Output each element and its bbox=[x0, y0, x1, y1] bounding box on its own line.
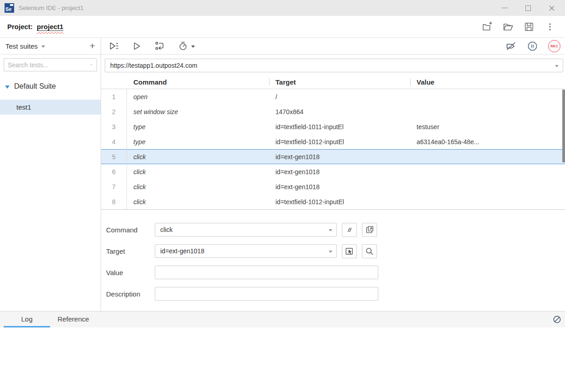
chevron-down-icon bbox=[329, 251, 332, 253]
disable-breakpoints-button[interactable] bbox=[505, 40, 517, 52]
open-project-button[interactable] bbox=[502, 21, 514, 33]
test-editor-main: REC https://testapp1.outpost24.com Comma… bbox=[101, 38, 565, 311]
tests-sidebar: Test suites + Default Suite test1 bbox=[0, 38, 101, 311]
clear-log-icon bbox=[552, 315, 562, 324]
suites-dropdown[interactable]: Test suites bbox=[5, 42, 38, 50]
test-speed-control[interactable] bbox=[178, 40, 195, 51]
suite-default-suite[interactable]: Default Suite bbox=[0, 80, 101, 93]
search-tests-box[interactable] bbox=[4, 58, 97, 71]
chevron-down-icon bbox=[555, 65, 559, 67]
base-url-select[interactable]: https://testapp1.outpost24.com bbox=[105, 59, 563, 72]
target-select[interactable]: id=ext-gen1018 bbox=[155, 244, 337, 258]
minimize-button[interactable] bbox=[501, 5, 508, 11]
disable-breakpoints-icon bbox=[505, 40, 517, 52]
window-title: Selenium IDE - project1 bbox=[19, 5, 84, 11]
run-all-icon bbox=[108, 40, 119, 51]
chevron-down-icon bbox=[191, 45, 195, 48]
table-row[interactable]: 6 click id=ext-gen1018 bbox=[101, 164, 565, 179]
search-icon bbox=[90, 60, 93, 69]
stopwatch-icon bbox=[178, 40, 188, 51]
toggle-comment-button[interactable]: // bbox=[342, 223, 357, 237]
record-button[interactable]: REC bbox=[548, 40, 560, 52]
command-editor: Command click // bbox=[101, 223, 565, 301]
target-field-label: Target bbox=[106, 247, 155, 255]
titlebar: Se Selenium IDE - project1 bbox=[0, 0, 565, 16]
pause-on-exceptions-button[interactable] bbox=[527, 40, 538, 52]
search-icon bbox=[365, 246, 374, 256]
playback-toolbar: REC bbox=[101, 38, 565, 55]
column-header-command: Command bbox=[127, 78, 269, 86]
run-all-tests-button[interactable] bbox=[108, 40, 119, 51]
selenium-ide-window: Se Selenium IDE - project1 Project: proj… bbox=[0, 0, 565, 392]
kebab-menu-icon bbox=[545, 21, 555, 32]
find-target-button[interactable] bbox=[362, 244, 377, 258]
table-row[interactable]: 3 type id=textfield-1011-inputEl testuse… bbox=[101, 119, 565, 134]
search-tests-input[interactable] bbox=[8, 61, 90, 69]
save-icon bbox=[524, 21, 534, 32]
maximize-button[interactable] bbox=[525, 5, 531, 11]
project-bar: Project: project1 bbox=[0, 16, 565, 38]
minimize-icon bbox=[502, 8, 508, 8]
suite-expand-icon[interactable] bbox=[5, 85, 10, 89]
add-test-button[interactable]: + bbox=[90, 41, 95, 50]
table-row[interactable]: 4 type id=textfield-1012-inputEl a6314ea… bbox=[101, 134, 565, 149]
clear-log-button[interactable] bbox=[552, 314, 562, 325]
chevron-down-icon[interactable] bbox=[41, 45, 45, 48]
tab-reference[interactable]: Reference bbox=[50, 312, 97, 327]
table-row[interactable]: 8 click id=textfield-1012-inputEl bbox=[101, 194, 565, 209]
log-panel: Log Reference bbox=[0, 311, 565, 392]
save-project-button[interactable] bbox=[523, 21, 535, 33]
chevron-down-icon bbox=[329, 229, 332, 231]
new-project-icon bbox=[481, 21, 493, 33]
close-icon bbox=[549, 5, 555, 11]
maximize-icon bbox=[525, 5, 531, 11]
description-field-label: Description bbox=[106, 290, 155, 298]
open-new-window-button[interactable] bbox=[362, 223, 377, 237]
sidebar-item-test1[interactable]: test1 bbox=[0, 100, 101, 115]
tab-log[interactable]: Log bbox=[4, 312, 50, 327]
commands-table: Command Target Value 1 open / 2 set wind… bbox=[101, 75, 565, 210]
step-over-icon bbox=[154, 40, 165, 51]
run-current-test-button[interactable] bbox=[132, 41, 142, 51]
command-select[interactable]: click bbox=[155, 223, 337, 236]
open-folder-icon bbox=[502, 21, 514, 33]
play-icon bbox=[132, 41, 142, 51]
column-header-target: Target bbox=[269, 78, 410, 86]
value-field-label: Value bbox=[106, 269, 155, 276]
table-row[interactable]: 1 open / bbox=[101, 89, 565, 104]
new-project-button[interactable] bbox=[481, 21, 493, 33]
select-target-in-page-button[interactable] bbox=[342, 244, 357, 258]
command-field-label: Command bbox=[106, 226, 155, 234]
project-label: Project: bbox=[7, 23, 33, 30]
table-scrollbar[interactable] bbox=[562, 90, 565, 162]
pause-octagon-icon bbox=[527, 40, 538, 52]
close-button[interactable] bbox=[549, 5, 555, 11]
description-input[interactable] bbox=[155, 287, 378, 301]
value-input[interactable] bbox=[155, 266, 378, 279]
table-row-selected[interactable]: 5 click id=ext-gen1018 bbox=[101, 149, 565, 164]
table-row[interactable]: 2 set window size 1470x864 bbox=[101, 104, 565, 119]
select-target-icon bbox=[345, 246, 354, 256]
table-header: Command Target Value bbox=[101, 75, 565, 89]
column-divider bbox=[127, 89, 127, 209]
selenium-logo-icon: Se bbox=[5, 3, 14, 13]
more-options-button[interactable] bbox=[544, 21, 556, 33]
step-over-button[interactable] bbox=[154, 40, 165, 51]
column-header-value: Value bbox=[410, 78, 565, 86]
open-new-window-icon bbox=[365, 225, 374, 234]
table-row[interactable]: 7 click id=ext-gen1018 bbox=[101, 179, 565, 194]
project-name[interactable]: project1 bbox=[37, 23, 63, 30]
